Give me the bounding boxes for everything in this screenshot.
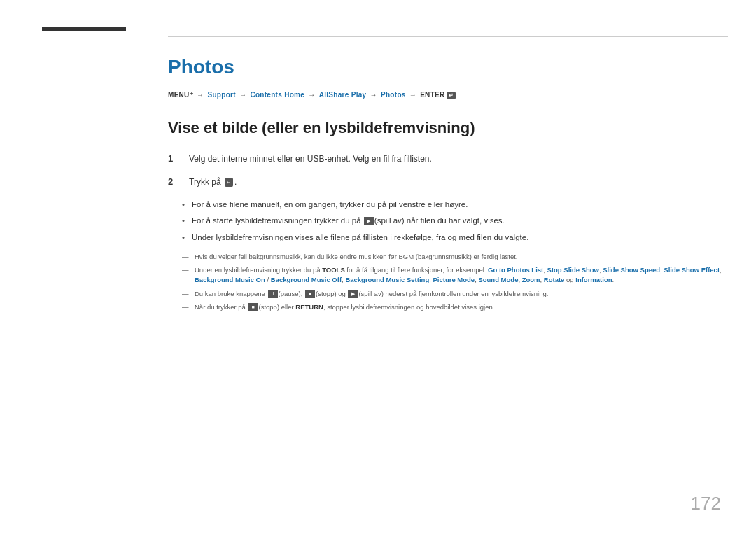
step-2-number: 2 <box>168 176 189 187</box>
bgm-setting-link: Background Music Setting <box>345 276 429 283</box>
step-1: 1 Velg det interne minnet eller en USB-e… <box>168 153 728 166</box>
goto-photos-link: Go to Photos List <box>488 266 543 274</box>
note-4: Når du trykker på ■(stopp) eller RETURN,… <box>182 302 728 312</box>
breadcrumb-enter: ENTER <box>420 91 444 99</box>
arrow-3: → <box>308 91 317 99</box>
play-icon-2: ▶ <box>348 290 358 298</box>
bgm-off-link: Background Music Off <box>271 276 342 283</box>
slide-effect-link: Slide Show Effect <box>664 266 720 274</box>
step-2-text: Trykk på ↵. <box>189 176 237 189</box>
sound-mode-link: Sound Mode <box>478 276 518 283</box>
note-3: Du kan bruke knappene II(pause), ■(stopp… <box>182 289 728 299</box>
bullet-list: For å vise filene manuelt, én om gangen,… <box>182 199 728 244</box>
note-2: Under en lysbildefremvisning trykker du … <box>182 265 728 286</box>
main-content: Photos MENU⁺ → Support → Contents Home →… <box>168 49 728 316</box>
enter-icon: ↵ <box>447 92 456 99</box>
arrow-4: → <box>370 91 379 99</box>
play-icon: ▶ <box>364 217 374 225</box>
arrow-1: → <box>197 91 206 99</box>
step-1-text: Velg det interne minnet eller en USB-enh… <box>189 153 432 166</box>
bgm-on-link: Background Music On <box>195 276 265 283</box>
stop-slide-link: Stop Slide Show <box>547 266 599 274</box>
step-1-number: 1 <box>168 153 189 164</box>
enter-icon-step2: ↵ <box>225 178 233 187</box>
stop-icon-2: ■ <box>248 303 258 311</box>
breadcrumb-support: Support <box>207 91 235 99</box>
section-heading: Vise et bilde (eller en lysbildefremvisn… <box>168 119 728 137</box>
information-link: Information <box>575 276 612 283</box>
top-rule <box>168 36 728 37</box>
rotate-link: Rotate <box>544 276 565 283</box>
slide-speed-link: Slide Show Speed <box>603 266 660 274</box>
arrow-5: → <box>410 91 419 99</box>
note-3-text: Du kan bruke knappene II(pause), ■(stopp… <box>195 290 548 297</box>
bullet-item-3: Under lysbildefremvisningen vises alle f… <box>182 232 728 244</box>
note-block: Hvis du velger feil bakgrunnsmusikk, kan… <box>182 252 728 312</box>
bullet-item-2: For å starte lysbildefremvisningen trykk… <box>182 215 728 227</box>
page-number: 172 <box>691 493 721 514</box>
arrow-2: → <box>239 91 248 99</box>
menu-symbol: ⁺ <box>190 91 193 99</box>
picture-mode-link: Picture Mode <box>433 276 475 283</box>
page-container: Photos MENU⁺ → Support → Contents Home →… <box>0 0 756 534</box>
tools-word: TOOLS <box>322 266 345 274</box>
breadcrumb: MENU⁺ → Support → Contents Home → AllSha… <box>168 91 728 99</box>
step-2: 2 Trykk på ↵. <box>168 176 728 189</box>
page-title: Photos <box>168 56 728 78</box>
breadcrumb-contents-home: Contents Home <box>250 91 304 99</box>
return-word: RETURN <box>295 303 323 311</box>
note-1-text: Hvis du velger feil bakgrunnsmusikk, kan… <box>195 253 517 260</box>
breadcrumb-allshare: AllShare Play <box>319 91 367 99</box>
breadcrumb-photos: Photos <box>381 91 406 99</box>
note-1: Hvis du velger feil bakgrunnsmusikk, kan… <box>182 252 728 262</box>
stop-icon: ■ <box>305 290 315 298</box>
zoom-link: Zoom <box>522 276 540 283</box>
bullet-item-1: For å vise filene manuelt, én om gangen,… <box>182 199 728 211</box>
menu-label: MENU <box>168 91 190 99</box>
pause-icon: II <box>268 290 278 298</box>
note-2-text: Under en lysbildefremvisning trykker du … <box>195 266 722 283</box>
sidebar-bar <box>42 27 126 31</box>
note-4-text: Når du trykker på ■(stopp) eller RETURN,… <box>195 303 494 311</box>
